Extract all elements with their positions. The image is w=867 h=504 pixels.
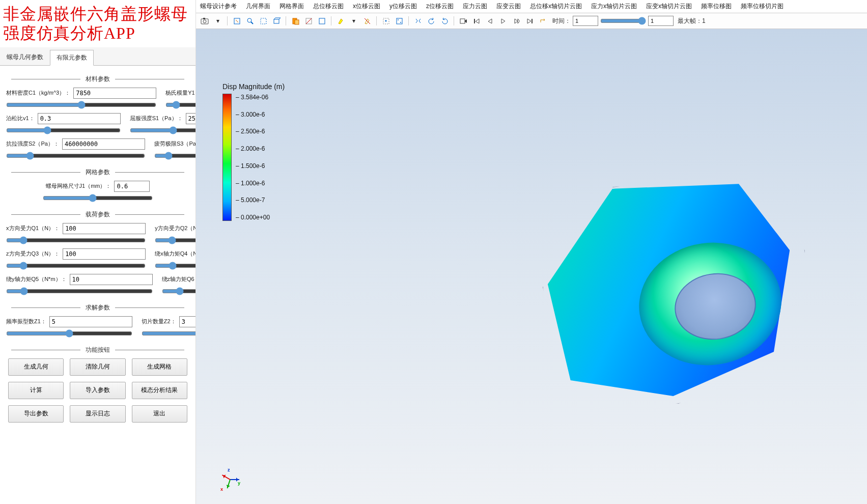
svg-rect-12 (295, 20, 299, 24)
density-input[interactable] (73, 88, 156, 99)
menu-z-disp[interactable]: z位移云图 (426, 2, 454, 11)
legend-tick: 1.000e-6 (236, 180, 270, 187)
tab-geometry-params[interactable]: 螺母几何参数 (0, 49, 50, 65)
menu-mesh-view[interactable]: 网格界面 (279, 2, 304, 11)
import-params-button[interactable]: 导入参数 (70, 382, 125, 399)
menu-disp-x-slice[interactable]: 总位移x轴切片云图 (530, 2, 582, 11)
menu-strain[interactable]: 应变云图 (496, 2, 521, 11)
clear-highlight-icon[interactable] (361, 15, 373, 26)
export-params-button[interactable]: 导出参数 (8, 405, 64, 423)
zoom-icon[interactable] (244, 15, 256, 26)
zoom-extents-icon[interactable] (231, 15, 242, 26)
fx-input[interactable] (63, 223, 146, 234)
show-icon[interactable] (316, 15, 327, 26)
svg-point-20 (398, 19, 399, 20)
yield-input[interactable] (186, 113, 195, 124)
color-legend: Disp Magnitude (m) 3.584e-06 3.000e-6 2.… (222, 82, 285, 221)
axis-x-label: x (220, 487, 223, 492)
skip-first-icon[interactable] (471, 15, 482, 26)
compute-button[interactable]: 计算 (8, 382, 64, 399)
slices-label: 切片数量Z2： (142, 318, 176, 325)
play-icon[interactable] (497, 15, 509, 26)
zoom-window-icon[interactable] (258, 15, 269, 26)
generate-mesh-button[interactable]: 生成网格 (132, 358, 187, 376)
svg-rect-19 (397, 18, 402, 24)
modes-input[interactable] (49, 316, 132, 327)
density-label: 材料密度C1（kg/m^3）： (6, 89, 70, 97)
step-fwd-icon[interactable] (511, 15, 522, 26)
section-material: 材料参数 (6, 75, 189, 83)
dropdown-icon[interactable]: ▾ (212, 15, 223, 26)
rotate-cw-icon[interactable] (439, 15, 450, 26)
menu-y-disp[interactable]: y位移云图 (389, 2, 417, 11)
fatigue-slider[interactable] (154, 152, 195, 160)
yield-slider[interactable] (130, 126, 195, 134)
mz-slider[interactable] (162, 287, 195, 295)
meshsize-slider[interactable] (43, 194, 153, 202)
clip-icon[interactable] (290, 15, 301, 26)
menu-design-ref[interactable]: 螺母设计参考 (200, 2, 237, 11)
generate-geometry-button[interactable]: 生成几何 (8, 358, 64, 376)
viewport-3d[interactable]: Disp Magnitude (m) 3.584e-06 3.000e-6 2.… (196, 29, 867, 504)
frame-spinner[interactable] (648, 16, 674, 26)
reset-view-icon[interactable] (412, 15, 424, 26)
legend-tick: 1.500e-6 (236, 162, 270, 170)
clear-geometry-button[interactable]: 清除几何 (70, 358, 125, 376)
menu-total-disp[interactable]: 总位移云图 (313, 2, 344, 11)
menu-strain-x-slice[interactable]: 应变x轴切片云图 (646, 2, 692, 11)
time-label: 时间： (552, 17, 571, 25)
dropdown2-icon[interactable]: ▾ (348, 15, 359, 26)
camera-icon[interactable] (199, 15, 210, 26)
step-back-icon[interactable] (484, 15, 495, 26)
poisson-slider[interactable] (6, 126, 121, 134)
menu-stress-x-slice[interactable]: 应力x轴切片云图 (591, 2, 637, 11)
meshsize-input[interactable] (114, 181, 150, 192)
nut-model (389, 95, 807, 452)
select-box-icon[interactable] (394, 15, 405, 26)
menu-freq-disp-slice[interactable]: 频率位移切片图 (741, 2, 784, 11)
highlight-icon[interactable] (335, 15, 346, 26)
menu-stress[interactable]: 应力云图 (463, 2, 487, 11)
tab-fem-params[interactable]: 有限元参数 (50, 50, 94, 66)
modal-results-button[interactable]: 模态分析结果 (132, 382, 187, 399)
poisson-input[interactable] (38, 113, 121, 124)
modes-slider[interactable] (6, 329, 132, 338)
fy-label: y方向受力Q2（N）： (155, 225, 195, 232)
record-icon[interactable] (458, 15, 469, 26)
section-mesh: 网格参数 (6, 168, 189, 177)
svg-line-14 (306, 18, 312, 24)
fz-input[interactable] (63, 248, 146, 260)
time-slider[interactable] (600, 17, 646, 25)
menu-x-disp[interactable]: x位移云图 (353, 2, 380, 11)
mz-label: 绕z轴力矩Q6（N*m）： (162, 275, 195, 283)
legend-tick: 2.500e-6 (236, 128, 270, 135)
menu-freq-disp[interactable]: 频率位移图 (701, 2, 732, 11)
svg-point-18 (385, 20, 386, 21)
hide-icon[interactable] (303, 15, 314, 26)
time-spinner[interactable] (573, 16, 598, 26)
legend-tick: 3.000e-6 (236, 111, 270, 118)
legend-colorbar (222, 94, 232, 221)
select-points-icon[interactable] (380, 15, 391, 26)
menu-geometry-view[interactable]: 几何界面 (246, 2, 270, 11)
my-input[interactable] (70, 274, 153, 285)
fy-slider[interactable] (155, 236, 195, 244)
fx-slider[interactable] (6, 236, 146, 244)
mx-slider[interactable] (155, 262, 195, 270)
density-slider[interactable] (6, 101, 156, 109)
tensile-input[interactable] (62, 138, 145, 150)
tensile-label: 抗拉强度S2（Pa）： (6, 140, 59, 148)
svg-point-21 (400, 22, 401, 23)
show-log-button[interactable]: 显示日志 (70, 405, 125, 423)
slices-input[interactable] (179, 316, 195, 327)
rotate-ccw-icon[interactable] (426, 15, 437, 26)
young-slider[interactable] (165, 101, 195, 109)
my-slider[interactable] (6, 287, 153, 295)
skip-last-icon[interactable] (524, 15, 535, 26)
tensile-slider[interactable] (6, 152, 145, 160)
box-icon[interactable] (271, 15, 282, 26)
slices-slider[interactable] (142, 329, 195, 338)
loop-icon[interactable] (537, 15, 548, 26)
fz-slider[interactable] (6, 262, 146, 270)
exit-button[interactable]: 退出 (132, 405, 187, 423)
